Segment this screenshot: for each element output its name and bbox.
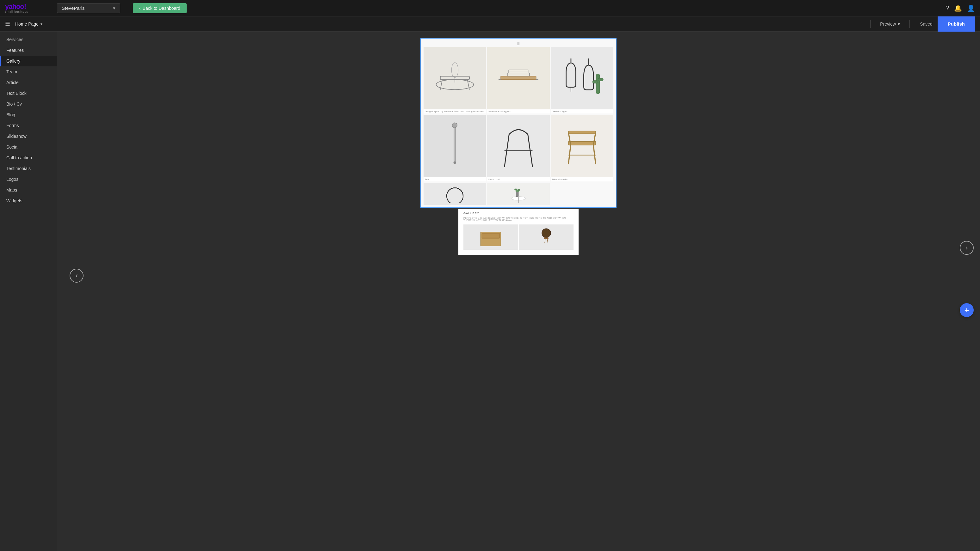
menu-icon[interactable]: ☰ [5, 21, 10, 27]
sidebar-item-gallery[interactable]: Gallery [0, 56, 57, 67]
yahoo-logo-main: yahoo! [5, 3, 26, 10]
preview-button[interactable]: Preview ▾ [876, 20, 904, 29]
toolbar-divider [870, 20, 870, 28]
sidebar-label-maps: Maps [6, 187, 17, 192]
gallery-image-1 [487, 47, 549, 110]
svg-point-15 [452, 123, 457, 128]
gallery-cell-1[interactable]: Handmade rolling pins [487, 47, 549, 113]
gallery-cell-0[interactable]: Design inspired by traditional Asian boa… [423, 47, 486, 113]
publish-button[interactable]: Publish [938, 16, 975, 32]
gallery-caption-0: Design inspired by traditional Asian boa… [423, 110, 486, 113]
gallery-image-4 [487, 115, 549, 177]
prev-arrow[interactable]: ‹ [70, 269, 84, 283]
notification-icon[interactable]: 🔔 [954, 5, 962, 12]
preview-svg-0 [469, 227, 512, 247]
sidebar-item-maps[interactable]: Maps [0, 184, 57, 195]
sidebar-label-social: Social [6, 144, 18, 149]
back-icon: ‹ [139, 6, 141, 11]
sidebar-label-article: Article [6, 80, 19, 85]
gallery-image-2 [551, 47, 613, 110]
furniture-svg-4 [495, 119, 542, 173]
sidebar-label-features: Features [6, 48, 24, 53]
sidebar-label-forms: Forms [6, 123, 19, 128]
page-name-label: Home Page [15, 22, 38, 27]
gallery-cell-4[interactable]: line up chair [487, 115, 549, 181]
svg-rect-13 [598, 78, 604, 81]
sidebar-item-bio-cv[interactable]: Bio / Cv [0, 98, 57, 110]
site-name: SteveParis [62, 5, 85, 11]
help-icon[interactable]: ? [945, 5, 949, 12]
prev-arrow-icon: ‹ [75, 272, 78, 280]
gallery-cell-3[interactable]: Pen [423, 115, 486, 181]
preview-label: Preview [880, 22, 896, 27]
sidebar-item-article[interactable]: Article [0, 77, 57, 88]
back-label: Back to Dashboard [143, 6, 180, 11]
svg-rect-36 [482, 233, 500, 238]
topbar: yahoo! small business SteveParis ▾ ‹ Bac… [0, 0, 980, 16]
svg-rect-9 [508, 73, 530, 76]
gallery-cell-6[interactable] [423, 183, 486, 205]
gallery-image-6 [423, 183, 486, 205]
svg-line-23 [593, 145, 596, 164]
sidebar-label-testimonials: Testimonials [6, 166, 31, 171]
sidebar-item-social[interactable]: Social [0, 141, 57, 152]
add-icon: + [964, 306, 969, 314]
gallery-image-7 [487, 183, 549, 205]
furniture-svg-5 [557, 119, 607, 173]
back-to-dashboard-button[interactable]: ‹ Back to Dashboard [133, 3, 187, 13]
sidebar-label-logos: Logos [6, 177, 18, 182]
gallery-section[interactable]: ||| [420, 38, 617, 208]
avatar-icon[interactable]: 👤 [967, 5, 975, 12]
sidebar-label-slideshow: Slideshow [6, 134, 27, 139]
next-arrow[interactable]: › [960, 241, 974, 255]
add-block-button[interactable]: + [960, 303, 974, 317]
gallery-canvas-section[interactable]: ||| [420, 38, 617, 208]
svg-line-41 [547, 239, 548, 243]
svg-point-33 [514, 188, 517, 190]
svg-rect-12 [596, 74, 600, 94]
furniture-svg-7 [495, 184, 542, 203]
sidebar-item-testimonials[interactable]: Testimonials [0, 163, 57, 174]
gallery-cell-7[interactable] [487, 183, 549, 205]
sidebar: Services Features Gallery Team Article T… [0, 32, 57, 551]
svg-point-34 [517, 189, 520, 191]
sidebar-item-slideshow[interactable]: Slideshow [0, 131, 57, 141]
sidebar-label-gallery: Gallery [6, 59, 20, 64]
preview-chevron-icon: ▾ [898, 22, 900, 27]
sidebar-item-blog[interactable]: Blog [0, 110, 57, 120]
svg-point-38 [542, 229, 550, 237]
gallery-cell-5[interactable]: Minimal wooden [551, 115, 613, 181]
gallery-preview-subtitle: PERFECTION IS ACHIEVED NOT WHEN THERE IS… [458, 216, 579, 224]
yahoo-logo-sub: small business [5, 10, 28, 13]
sidebar-item-features[interactable]: Features [0, 45, 57, 56]
sidebar-item-text-block[interactable]: Text Block [0, 88, 57, 98]
gallery-preview-grid [458, 224, 579, 255]
site-selector[interactable]: SteveParis ▾ [57, 3, 120, 13]
brand-logo: yahoo! small business [0, 3, 57, 13]
svg-line-22 [568, 145, 571, 164]
next-arrow-icon: › [966, 244, 968, 252]
gallery-caption-4: line up chair [487, 177, 549, 181]
svg-line-40 [544, 239, 545, 243]
sidebar-item-team[interactable]: Team [0, 67, 57, 77]
svg-rect-10 [509, 70, 528, 73]
yahoo-logo: yahoo! small business [5, 3, 28, 13]
gallery-top-bar: ||| [423, 41, 613, 47]
furniture-svg-6 [433, 184, 477, 203]
svg-rect-16 [454, 128, 455, 163]
svg-point-17 [453, 162, 456, 164]
sidebar-item-services[interactable]: Services [0, 34, 57, 45]
page-selector[interactable]: Home Page ▾ [15, 22, 42, 27]
sidebar-label-team: Team [6, 69, 17, 74]
sidebar-item-widgets[interactable]: Widgets [0, 195, 57, 206]
furniture-svg-0 [430, 53, 480, 103]
sidebar-item-call-to-action[interactable]: Call to action [0, 152, 57, 163]
gallery-caption-3: Pen [423, 177, 486, 181]
sidebar-item-forms[interactable]: Forms [0, 120, 57, 131]
site-selector-chevron: ▾ [113, 5, 115, 11]
sidebar-label-bio-cv: Bio / Cv [6, 102, 22, 106]
gallery-preview-header: GALLERY [458, 209, 579, 216]
gallery-cell-2[interactable]: 'Skeleton' lights [551, 47, 613, 113]
sidebar-label-services: Services [6, 37, 24, 42]
sidebar-item-logos[interactable]: Logos [0, 174, 57, 184]
